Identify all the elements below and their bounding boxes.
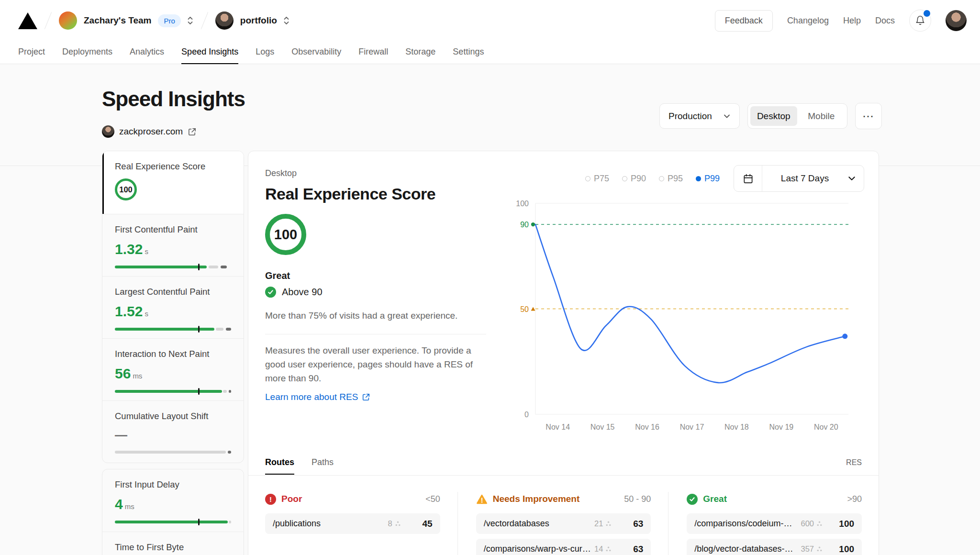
tab-logs[interactable]: Logs (256, 41, 274, 64)
poor-alert-icon: ! (265, 494, 276, 505)
column-label: Great (703, 494, 727, 504)
data-points-icon (605, 546, 612, 552)
project-name[interactable]: portfolio (240, 15, 277, 26)
route-score: 63 (624, 519, 643, 529)
tab-observability[interactable]: Observability (291, 41, 341, 64)
column-header: Needs Improvement50 - 90 (476, 492, 651, 506)
route-score: 100 (835, 544, 854, 555)
calendar-icon (734, 166, 762, 191)
top-nav: Zachary's Team Pro portfolio Feedback Ch… (0, 0, 980, 41)
x-tick-nov-19: Nov 19 (769, 423, 794, 431)
route-row[interactable]: /comparisons/warp-vs-cur…1463 (476, 539, 651, 555)
route-score: 63 (624, 544, 643, 555)
metrics-group-core: Real Experience Score100First Contentful… (102, 151, 244, 463)
metric-card-real-experience-score[interactable]: Real Experience Score100 (102, 151, 244, 214)
bar-segment (115, 266, 207, 268)
bar-segment (229, 390, 231, 393)
data-points-icon (605, 521, 612, 527)
metric-card-first-contentful-paint[interactable]: First Contentful Paint1.32s (102, 214, 244, 276)
metric-unit: s (145, 310, 148, 318)
metric-card-time-to-first-byte[interactable]: Time to First Byte (102, 532, 244, 555)
tab-settings[interactable]: Settings (453, 41, 484, 64)
user-avatar[interactable] (946, 10, 967, 31)
nav-links: ChangelogHelpDocs (787, 16, 895, 26)
site-link[interactable]: zackproser.com (102, 125, 197, 138)
route-path: /blog/vector-databases-… (694, 544, 801, 554)
percentile-p90[interactable]: P90 (622, 174, 646, 184)
percentile-label: P99 (704, 174, 720, 184)
more-options-button[interactable]: ⋯ (855, 103, 882, 129)
res-rating: Great (265, 270, 290, 281)
metrics-group-extra: First Input Delay4msTime to First Byte (102, 469, 244, 555)
column-header: !Poor<50 (265, 492, 440, 506)
column-range: <50 (425, 494, 440, 504)
metric-card-largest-contentful-paint[interactable]: Largest Contentful Paint1.52s (102, 276, 244, 338)
y-marker-dot-90 (531, 222, 535, 226)
route-path: /comparisons/codeium-… (694, 519, 801, 529)
tab-firewall[interactable]: Firewall (358, 41, 388, 64)
bar-segment (228, 451, 231, 454)
route-row[interactable]: /publications845 (265, 513, 440, 534)
check-circle-icon (265, 287, 276, 298)
tab-speed-insights[interactable]: Speed Insights (181, 41, 238, 64)
route-row[interactable]: /vectordatabases2163 (476, 513, 651, 534)
team-avatar[interactable] (59, 11, 77, 30)
x-tick-nov-14: Nov 14 (546, 423, 570, 431)
device-option-desktop[interactable]: Desktop (750, 106, 797, 126)
res-threshold-text: Above 90 (282, 287, 323, 298)
notification-dot (923, 9, 931, 18)
project-switcher-icon[interactable] (283, 15, 290, 26)
tab-storage[interactable]: Storage (405, 41, 435, 64)
metric-card-first-input-delay[interactable]: First Input Delay4ms (102, 469, 244, 532)
percentile-p99[interactable]: P99 (696, 174, 720, 184)
metric-title: First Contentful Paint (115, 224, 231, 235)
res-threshold-row: Above 90 (265, 287, 323, 298)
route-row[interactable]: /comparisons/codeium-…600100 (687, 513, 862, 534)
page-title: Speed Insights (102, 87, 245, 111)
project-avatar[interactable] (215, 11, 234, 30)
nav-link-docs[interactable]: Docs (875, 16, 895, 26)
nav-link-help[interactable]: Help (843, 16, 861, 26)
environment-select[interactable]: Production (659, 103, 740, 129)
percentile-p95[interactable]: P95 (659, 174, 683, 184)
project-tabbar: ProjectDeploymentsAnalyticsSpeed Insight… (0, 41, 980, 64)
column-label: Needs Improvement (493, 494, 580, 504)
device-option-mobile[interactable]: Mobile (798, 106, 845, 126)
tab-project[interactable]: Project (18, 41, 45, 64)
learn-more-label: Learn more about RES (265, 392, 358, 402)
routes-tab-paths[interactable]: Paths (312, 457, 334, 475)
feedback-button[interactable]: Feedback (715, 10, 773, 32)
route-row[interactable]: /blog/vector-databases-…357100 (687, 539, 862, 555)
metric-card-interaction-to-next-paint[interactable]: Interaction to Next Paint56ms (102, 338, 244, 400)
bar-value-tick (198, 388, 200, 395)
date-range-select[interactable]: Last 7 Days (734, 165, 864, 192)
bar-segment (209, 266, 219, 268)
tab-analytics[interactable]: Analytics (130, 41, 164, 64)
metric-threshold-bar (115, 328, 231, 331)
notifications-button[interactable] (909, 10, 931, 32)
vercel-logo-icon[interactable] (18, 12, 37, 29)
metric-card-cumulative-layout-shift[interactable]: Cumulative Layout Shift— (102, 400, 244, 463)
data-points-icon (816, 546, 823, 552)
device-toggle: DesktopMobile (747, 103, 847, 129)
team-switcher-icon[interactable] (187, 15, 194, 26)
y-tick-90: 90 (520, 221, 529, 229)
metric-value: 1.32 (115, 241, 143, 257)
routes-tab-routes[interactable]: Routes (265, 457, 294, 475)
percentile-p75[interactable]: P75 (585, 174, 609, 184)
tab-deployments[interactable]: Deployments (62, 41, 112, 64)
team-name[interactable]: Zachary's Team (84, 15, 151, 26)
nav-link-changelog[interactable]: Changelog (787, 16, 829, 26)
metrics-sidebar: Real Experience Score100First Contentful… (102, 151, 244, 555)
learn-more-link[interactable]: Learn more about RES (265, 392, 370, 402)
route-score: 45 (413, 519, 433, 529)
bar-segment (216, 328, 223, 331)
res-chart: 10090500Nov 14Nov 15Nov 16Nov 17Nov 18No… (508, 197, 857, 436)
percentile-marker-icon (622, 176, 627, 181)
chevron-down-icon (723, 112, 731, 120)
routes-column-needs-improvement: Needs Improvement50 - 90/vectordatabases… (457, 492, 668, 555)
metric-value-row: 4ms (115, 496, 231, 512)
percentile-marker-icon (585, 176, 590, 181)
y-marker-triangle-50 (531, 307, 535, 311)
bar-value-tick (198, 519, 200, 525)
